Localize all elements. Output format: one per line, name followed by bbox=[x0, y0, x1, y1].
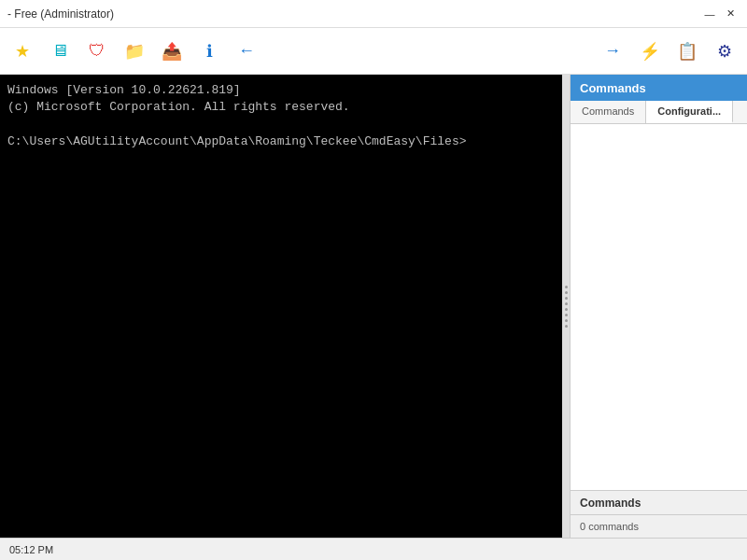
title-controls: — ✕ bbox=[700, 5, 740, 23]
panel-tabs: Commands Configurati... bbox=[571, 101, 747, 124]
upload-toolbar-button[interactable]: 📤 bbox=[155, 35, 189, 68]
panel-header: Commands bbox=[571, 75, 747, 101]
shield-toolbar-button[interactable]: 🛡 bbox=[80, 35, 114, 68]
power-toolbar-button[interactable]: ⚡ bbox=[633, 35, 667, 68]
terminal-area[interactable]: Windows [Version 10.0.22621.819] (c) Mic… bbox=[0, 75, 562, 538]
clipboard-icon: 📋 bbox=[677, 41, 698, 62]
back-arrow-icon: ← bbox=[238, 41, 255, 61]
settings-icon: ⚙ bbox=[717, 41, 732, 62]
resize-dot bbox=[565, 297, 568, 300]
shield-icon: 🛡 bbox=[89, 41, 106, 61]
star-icon: ★ bbox=[15, 41, 30, 62]
panel-content[interactable] bbox=[571, 124, 747, 490]
upload-icon: 📤 bbox=[162, 41, 182, 62]
resize-dot bbox=[565, 314, 568, 316]
back-toolbar-button[interactable]: ← bbox=[230, 35, 263, 68]
status-bar: 05:12 PM bbox=[0, 538, 747, 560]
panel-footer-header: Commands bbox=[571, 491, 747, 515]
forward-arrow-icon: → bbox=[604, 41, 621, 61]
monitor-icon: 🖥 bbox=[51, 41, 68, 61]
star-toolbar-button[interactable]: ★ bbox=[6, 35, 39, 68]
tab-commands[interactable]: Commands bbox=[571, 101, 646, 123]
panel-footer: Commands 0 commands bbox=[571, 490, 747, 538]
settings-toolbar-button[interactable]: ⚙ bbox=[708, 35, 741, 68]
info-icon: ℹ bbox=[206, 41, 213, 62]
minimize-button[interactable]: — bbox=[700, 5, 719, 23]
resize-dot bbox=[565, 291, 568, 294]
tab-configuration[interactable]: Configurati... bbox=[646, 101, 733, 123]
window-title: - Free (Administrator) bbox=[7, 7, 114, 21]
panel-footer-status: 0 commands bbox=[571, 515, 747, 538]
status-time: 05:12 PM bbox=[9, 544, 53, 555]
main-content: Windows [Version 10.0.22621.819] (c) Mic… bbox=[0, 75, 747, 538]
resize-handle[interactable] bbox=[562, 75, 570, 538]
clipboard-toolbar-button[interactable]: 📋 bbox=[670, 35, 704, 68]
power-icon: ⚡ bbox=[640, 41, 660, 62]
monitor-toolbar-button[interactable]: 🖥 bbox=[43, 35, 77, 68]
info-toolbar-button[interactable]: ℹ bbox=[192, 35, 226, 68]
title-bar: - Free (Administrator) — ✕ bbox=[0, 0, 747, 28]
folder-icon: 📁 bbox=[124, 41, 145, 62]
toolbar-right: → ⚡ 📋 ⚙ bbox=[596, 35, 741, 68]
resize-dot bbox=[565, 286, 568, 288]
resize-dot bbox=[565, 319, 568, 322]
resize-dot bbox=[565, 308, 568, 311]
toolbar: ★ 🖥 🛡 📁 📤 ℹ ← → ⚡ 📋 ⚙ bbox=[0, 28, 747, 75]
right-panel: Commands Commands Configurati... Command… bbox=[570, 75, 747, 538]
close-button[interactable]: ✕ bbox=[721, 5, 740, 23]
commands-count: 0 commands bbox=[580, 521, 639, 532]
resize-dot bbox=[565, 325, 568, 328]
panel-footer-title: Commands bbox=[580, 497, 641, 510]
forward-toolbar-button[interactable]: → bbox=[596, 35, 629, 68]
terminal-output: Windows [Version 10.0.22621.819] (c) Mic… bbox=[7, 82, 555, 150]
panel-title: Commands bbox=[580, 81, 646, 95]
folder-toolbar-button[interactable]: 📁 bbox=[118, 35, 151, 68]
resize-dot bbox=[565, 302, 568, 305]
